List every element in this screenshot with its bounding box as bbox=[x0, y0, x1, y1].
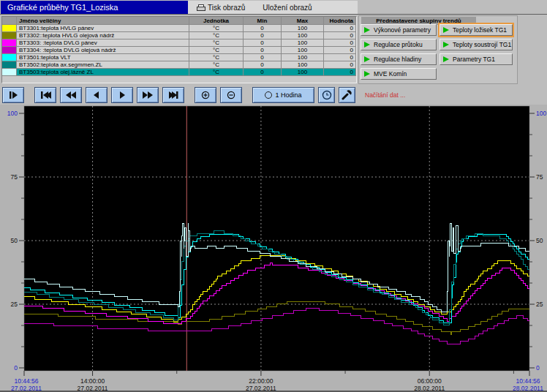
signal-row[interactable]: BT3303: :teplota DVLG pánev °C 0 100 0 bbox=[2, 39, 356, 47]
signal-unit: °C bbox=[189, 69, 244, 76]
play-icon bbox=[364, 42, 370, 48]
x-axis-time-label: 06:00:00 bbox=[418, 377, 442, 385]
step-back-button[interactable] bbox=[86, 87, 107, 103]
x-axis-date-label: 27.02.2011 bbox=[78, 385, 108, 391]
signal-value: 0 bbox=[324, 69, 356, 76]
zoom-in-button[interactable] bbox=[195, 87, 216, 103]
header-separator bbox=[0, 14, 547, 15]
signal-color-swatch bbox=[2, 47, 17, 54]
fast-forward-button[interactable] bbox=[137, 87, 159, 103]
signal-row[interactable]: BT3302::teplota HVLG olejová nádrž °C 0 … bbox=[2, 32, 356, 39]
trend-group-button[interactable]: Regulace průtoku bbox=[361, 39, 437, 50]
play-icon bbox=[364, 71, 370, 77]
play-forward-icon bbox=[116, 91, 128, 99]
trend-group-label: MVE Komín bbox=[374, 70, 407, 78]
signal-color-swatch bbox=[2, 39, 17, 47]
menu-bar: Tisk obrazů Uložení obrazů bbox=[188, 1, 358, 14]
signal-min: 0 bbox=[244, 32, 282, 39]
signal-value: 0 bbox=[324, 25, 356, 32]
x-axis-time-label: 10:44:56 bbox=[14, 377, 38, 385]
interval-label: 1 Hodina bbox=[275, 91, 301, 99]
skip-start-button[interactable] bbox=[34, 87, 56, 103]
play-icon bbox=[364, 56, 370, 62]
y-axis-label-right: 0 bbox=[536, 364, 540, 372]
signal-max: 100 bbox=[282, 39, 324, 47]
signal-row[interactable]: BT3301:teplota HVLG pánev °C 0 100 0 bbox=[2, 25, 356, 32]
page-title: Grafické průběhy TG1_Loziska bbox=[1, 1, 188, 14]
y-axis-label-right: 50 bbox=[536, 237, 543, 244]
signal-unit: °C bbox=[189, 32, 244, 39]
signal-max: 100 bbox=[282, 47, 324, 54]
signal-max: 100 bbox=[282, 61, 324, 69]
signal-row[interactable]: BT3503:teplota olej.lázně ZL °C 0 100 0 bbox=[2, 69, 356, 76]
signal-max: 100 bbox=[282, 25, 324, 32]
signal-row[interactable]: BT3304: :teplota DVLG olejová nádrž °C 0… bbox=[2, 47, 356, 54]
trend-group-label: Regulace hladiny bbox=[374, 56, 421, 63]
skip-start-icon bbox=[39, 91, 51, 99]
trend-viewer-window: Grafické průběhy TG1_Loziska Tisk obrazů… bbox=[0, 0, 547, 392]
y-axis-label-left: 75 bbox=[11, 173, 18, 181]
save-images-button[interactable]: Uložení obrazů bbox=[254, 1, 320, 14]
signal-min: 0 bbox=[244, 61, 282, 69]
column-header-unit: Jednotka bbox=[189, 17, 244, 25]
x-axis-date-label: 28.02.2011 bbox=[513, 385, 543, 391]
play-step-icon bbox=[7, 91, 19, 99]
interval-button[interactable]: 1 Hodina bbox=[252, 87, 314, 103]
column-header-max: Max bbox=[282, 17, 324, 25]
signal-unit: °C bbox=[189, 47, 244, 54]
signal-table: Jméno veličiny Jednotka Min Max Hodnota … bbox=[1, 16, 357, 83]
signal-name: BT3503:teplota olej.lázně ZL bbox=[17, 69, 189, 76]
signal-unit: °C bbox=[189, 61, 244, 69]
signal-max: 100 bbox=[282, 32, 324, 39]
trend-group-button[interactable]: Teploty soustrojí TG1 bbox=[440, 39, 513, 50]
signal-row[interactable]: BT3502:teplota ax.segmmen.ZL °C 0 100 0 bbox=[2, 61, 356, 69]
signal-value: 0 bbox=[324, 47, 356, 54]
skip-end-button[interactable] bbox=[162, 87, 184, 103]
signal-name: BT3502:teplota ax.segmmen.ZL bbox=[17, 61, 189, 69]
y-axis-label-right: 100 bbox=[536, 110, 546, 117]
print-images-button[interactable]: Tisk obrazů bbox=[188, 1, 254, 14]
trend-group-label: Teploty soustrojí TG1 bbox=[453, 41, 511, 48]
signal-color-swatch bbox=[2, 69, 17, 76]
x-axis-time-label: 22:00:00 bbox=[249, 377, 273, 385]
signal-value: 0 bbox=[324, 61, 356, 69]
signal-value: 0 bbox=[324, 39, 356, 47]
zoom-out-button[interactable] bbox=[220, 87, 242, 103]
radio-icon bbox=[265, 91, 272, 99]
signal-max: 100 bbox=[282, 54, 324, 61]
chart-panel: 0025255050757510010010:44:5627.02.201114… bbox=[0, 105, 547, 391]
trend-group-button[interactable]: Teploty ložisek TG1 bbox=[440, 24, 513, 36]
signal-color-swatch bbox=[2, 54, 17, 61]
signal-min: 0 bbox=[244, 25, 282, 32]
trend-group-label: Výkonové parametry bbox=[374, 26, 431, 34]
trend-group-button[interactable]: Regulace hladiny bbox=[361, 53, 437, 65]
play-forward-button[interactable] bbox=[111, 87, 133, 103]
signal-min: 0 bbox=[244, 54, 282, 61]
signal-unit: °C bbox=[189, 39, 244, 47]
trend-group-button[interactable]: MVE Komín bbox=[361, 68, 437, 80]
signal-row[interactable]: BT3501:teplota VLT °C 0 100 0 bbox=[2, 54, 356, 61]
signal-unit: °C bbox=[189, 54, 244, 61]
signal-color-swatch bbox=[2, 61, 17, 69]
signal-name: BT3303: :teplota DVLG pánev bbox=[17, 39, 189, 47]
x-axis-date-label: 27.02.2011 bbox=[246, 385, 276, 391]
x-axis-date-label: 27.02.2011 bbox=[11, 385, 42, 391]
y-axis-label-left: 100 bbox=[7, 110, 18, 117]
trend-group-label: Regulace průtoku bbox=[374, 41, 423, 48]
play-icon bbox=[364, 27, 370, 33]
signal-min: 0 bbox=[244, 47, 282, 54]
wrench-button[interactable] bbox=[339, 87, 355, 103]
signal-name: BT3501:teplota VLT bbox=[17, 54, 189, 61]
trend-plot[interactable]: 0025255050757510010010:44:5627.02.201114… bbox=[0, 105, 547, 391]
trend-group-button[interactable]: Výkonové parametry bbox=[361, 24, 437, 36]
signal-max: 100 bbox=[282, 69, 324, 76]
skip-end-icon bbox=[167, 91, 179, 99]
fast-forward-icon bbox=[142, 91, 154, 99]
color-column-header bbox=[2, 17, 17, 25]
clock-button[interactable] bbox=[318, 87, 335, 103]
trend-group-label: Teploty ložisek TG1 bbox=[453, 26, 507, 34]
trend-group-button[interactable]: Parametry TG1 bbox=[440, 53, 513, 65]
play-step-button[interactable] bbox=[2, 87, 24, 103]
fast-rewind-button[interactable] bbox=[60, 87, 82, 103]
signal-color-swatch bbox=[2, 32, 17, 39]
